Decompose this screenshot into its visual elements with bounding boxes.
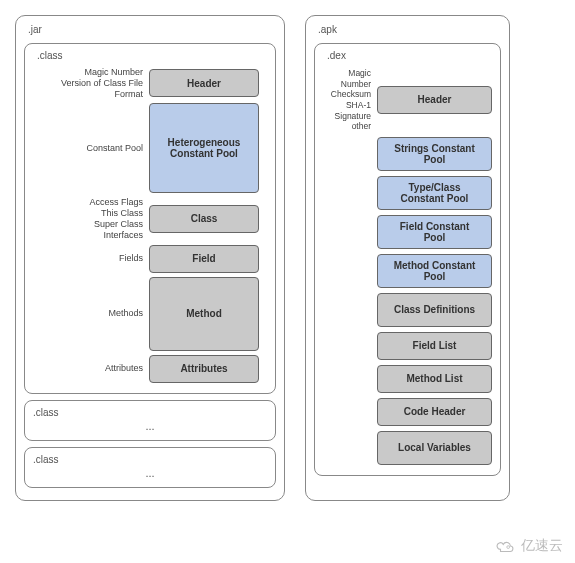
apk-container: .apk .dex Magic Number Checksum SHA-1 Si… (305, 15, 510, 501)
side-label: Magic Number Version of Class File Forma… (33, 67, 143, 99)
class-def-block: Class Definitions (377, 293, 492, 327)
dex-header-block: Header (377, 86, 492, 114)
constant-pool-block: Heterogeneous Constant Pool (149, 103, 259, 193)
dex-container: .dex Magic Number Checksum SHA-1 Signatu… (314, 43, 501, 476)
attributes-block: Attributes (149, 355, 259, 383)
jar-row: Constant Pool Heterogeneous Constant Poo… (33, 103, 267, 193)
watermark-text: 亿速云 (521, 537, 563, 555)
watermark: 亿速云 (495, 537, 563, 555)
apk-row: Strings Constant Pool (323, 137, 492, 171)
apk-row: Type/Class Constant Pool (323, 176, 492, 210)
method-list-block: Method List (377, 365, 492, 393)
side-label: Magic Number Checksum SHA-1 Signature ot… (323, 68, 371, 132)
cloud-icon (495, 539, 517, 553)
svg-point-0 (507, 546, 510, 549)
apk-row: Field Constant Pool (323, 215, 492, 249)
jar-row: Attributes Attributes (33, 355, 267, 383)
side-label: Attributes (33, 363, 143, 374)
diagram-root: .jar .class Magic Number Version of Clas… (0, 0, 575, 516)
field-list-block: Field List (377, 332, 492, 360)
side-label: Methods (33, 308, 143, 319)
jar-row: Methods Method (33, 277, 267, 351)
local-vars-block: Local Variables (377, 431, 492, 465)
header-block: Header (149, 69, 259, 97)
strings-pool-block: Strings Constant Pool (377, 137, 492, 171)
apk-row: Code Header (323, 398, 492, 426)
apk-row: Magic Number Checksum SHA-1 Signature ot… (323, 68, 492, 132)
field-pool-block: Field Constant Pool (377, 215, 492, 249)
code-header-block: Code Header (377, 398, 492, 426)
class-extra: .class ... (24, 447, 276, 488)
jar-label: .jar (24, 24, 276, 37)
class-extra-label: .class (33, 407, 59, 418)
class-container: .class Magic Number Version of Class Fil… (24, 43, 276, 394)
apk-row: Field List (323, 332, 492, 360)
type-pool-block: Type/Class Constant Pool (377, 176, 492, 210)
method-block: Method (149, 277, 259, 351)
side-label: Access Flags This Class Super Class Inte… (33, 197, 143, 240)
class-extra: .class ... (24, 400, 276, 441)
ellipsis: ... (145, 418, 154, 434)
apk-row: Class Definitions (323, 293, 492, 327)
class-block: Class (149, 205, 259, 233)
class-label: .class (33, 50, 267, 63)
side-label: Fields (33, 253, 143, 264)
jar-row: Fields Field (33, 245, 267, 273)
ellipsis: ... (145, 465, 154, 481)
class-extra-label: .class (33, 454, 59, 465)
jar-row: Access Flags This Class Super Class Inte… (33, 197, 267, 240)
apk-row: Method Constant Pool (323, 254, 492, 288)
jar-container: .jar .class Magic Number Version of Clas… (15, 15, 285, 501)
apk-label: .apk (314, 24, 501, 37)
apk-row: Local Variables (323, 431, 492, 465)
field-block: Field (149, 245, 259, 273)
method-pool-block: Method Constant Pool (377, 254, 492, 288)
side-label: Constant Pool (33, 143, 143, 154)
apk-row: Method List (323, 365, 492, 393)
jar-row: Magic Number Version of Class File Forma… (33, 67, 267, 99)
dex-label: .dex (323, 50, 492, 63)
